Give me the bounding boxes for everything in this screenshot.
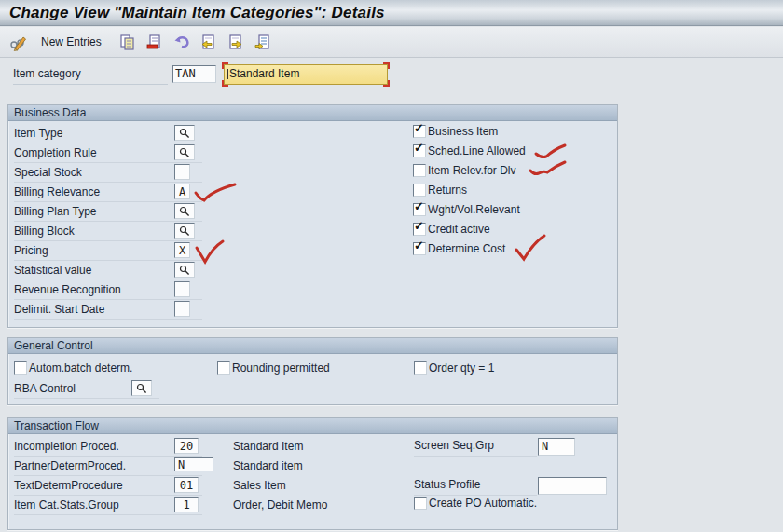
- row-special-stock: Special Stock: [14, 163, 202, 183]
- text-determ-procedure-desc: Sales Item: [233, 479, 286, 492]
- create-po-automatic-checkbox[interactable]: ✓: [414, 497, 427, 510]
- wght-vol-relevant-label: Wght/Vol.Relevant: [428, 203, 520, 216]
- search-icon: [179, 225, 190, 237]
- item-relev-for-dlv-checkbox[interactable]: ✓: [413, 164, 426, 177]
- rounding-permitted-checkbox[interactable]: ✓: [217, 361, 230, 375]
- item-type-label: Item Type: [14, 127, 62, 140]
- copy-as-icon[interactable]: [117, 31, 139, 53]
- incompletion-proced-field[interactable]: 20: [174, 438, 199, 454]
- special-stock-field[interactable]: [174, 164, 190, 180]
- item-category-description-field[interactable]: Standard Item: [224, 64, 388, 85]
- item-relev-for-dlv-label: Item Relev.for Dlv: [428, 164, 515, 177]
- row-incompletion-proced: Incompletion Proced. 20: [14, 437, 202, 457]
- delete-icon[interactable]: [144, 31, 166, 53]
- item-cat-stats-group-field[interactable]: 1: [174, 497, 199, 512]
- check-icon: ✓: [414, 122, 424, 135]
- statistical-value-label: Statistical value: [14, 264, 91, 277]
- partner-determ-proced-field[interactable]: N: [174, 457, 213, 471]
- search-icon: [179, 265, 190, 276]
- pricing-field[interactable]: X: [174, 242, 190, 258]
- checkbox-row-determine-cost: ✓ Determine Cost: [413, 242, 505, 255]
- credit-active-label: Credit active: [428, 223, 490, 236]
- row-text-determ-procedure: TextDetermProcedure 01: [14, 476, 202, 496]
- billing-block-label: Billing Block: [14, 225, 75, 238]
- search-icon: [136, 383, 147, 394]
- business-data-section-title: Business Data: [8, 105, 617, 121]
- partner-determ-proced-label: PartnerDetermProced.: [14, 459, 126, 472]
- row-item-type: Item Type: [14, 124, 202, 143]
- create-po-automatic-label: Create PO Automatic.: [429, 497, 537, 510]
- checkbox-row-rounding-permitted: ✓ Rounding permitted: [217, 361, 330, 375]
- status-profile-field[interactable]: [538, 477, 607, 495]
- billing-relevance-field[interactable]: A: [174, 184, 190, 199]
- billing-plan-type-field[interactable]: [174, 203, 195, 219]
- row-statistical-value: Statistical value: [14, 261, 202, 280]
- item-type-field[interactable]: [174, 125, 195, 141]
- page-title: Change View "Maintain Item Categories": …: [0, 0, 783, 26]
- completion-rule-field[interactable]: [174, 144, 195, 160]
- checkbox-row-item-relev-for-dlv: ✓ Item Relev.for Dlv: [413, 164, 515, 177]
- undo-icon[interactable]: [171, 31, 193, 53]
- checkbox-row-credit-active: ✓ Credit active: [413, 223, 490, 236]
- search-icon: [179, 128, 190, 139]
- text-determ-procedure-label: TextDetermProcedure: [14, 479, 123, 492]
- row-billing-plan-type: Billing Plan Type: [14, 202, 202, 222]
- next-entry-icon[interactable]: [225, 31, 247, 53]
- general-control-groupbox: General Control ✓ Autom.batch determ. ✓ …: [7, 337, 618, 405]
- row-completion-rule: Completion Rule: [14, 143, 202, 163]
- checkbox-row-autom-batch-determ: ✓ Autom.batch determ.: [14, 361, 132, 375]
- checkbox-row-create-po-automatic: ✓ Create PO Automatic.: [414, 497, 537, 510]
- general-control-section-title: General Control: [8, 338, 617, 354]
- billing-plan-type-label: Billing Plan Type: [14, 205, 97, 218]
- rba-control-field[interactable]: [131, 380, 152, 396]
- statistical-value-field[interactable]: [174, 262, 195, 278]
- item-category-description-text: Standard Item: [229, 67, 299, 80]
- row-pricing: Pricing X: [14, 241, 202, 261]
- row-item-cat-stats-group: Item Cat.Stats.Group 1: [14, 496, 202, 515]
- delimit-start-date-label: Delimit. Start Date: [14, 303, 104, 316]
- determine-cost-label: Determine Cost: [428, 242, 505, 255]
- autom-batch-determ-checkbox[interactable]: ✓: [14, 361, 27, 375]
- special-stock-label: Special Stock: [14, 166, 82, 179]
- business-item-checkbox[interactable]: ✓: [413, 125, 426, 138]
- order-qty-1-checkbox[interactable]: ✓: [414, 361, 427, 375]
- row-delimit-start-date: Delimit. Start Date: [14, 300, 202, 320]
- row-billing-block: Billing Block: [14, 222, 202, 241]
- toolbar-icon-group: [117, 31, 274, 53]
- new-entries-button[interactable]: New Entries: [35, 34, 107, 50]
- item-category-code-field[interactable]: TAN: [172, 65, 216, 83]
- screen-seq-grp-label: Screen Seq.Grp: [414, 439, 537, 457]
- incompletion-proced-label: Incompletion Proced.: [14, 440, 119, 453]
- display-change-toggle-icon[interactable]: [7, 31, 30, 53]
- billing-block-field[interactable]: [174, 223, 195, 239]
- checkbox-row-sched-line-allowed: ✓ Sched.Line Allowed: [413, 144, 526, 157]
- revenue-recognition-field[interactable]: [174, 281, 190, 297]
- search-icon: [179, 206, 190, 217]
- screen-seq-grp-field[interactable]: N: [538, 438, 575, 456]
- selection-corner-icon: [383, 80, 390, 87]
- incompletion-proced-desc: Standard Item: [233, 440, 303, 453]
- row-rba-control: RBA Control: [14, 379, 159, 399]
- check-icon: ✓: [414, 220, 424, 233]
- business-item-label: Business Item: [428, 125, 498, 138]
- item-category-label: Item category: [13, 67, 168, 85]
- returns-checkbox[interactable]: ✓: [413, 184, 426, 197]
- billing-relevance-label: Billing Relevance: [14, 185, 100, 198]
- sched-line-allowed-checkbox[interactable]: ✓: [413, 144, 426, 157]
- delimit-start-date-field[interactable]: [174, 301, 190, 317]
- order-qty-1-label: Order qty = 1: [429, 361, 494, 375]
- text-determ-procedure-field[interactable]: 01: [174, 477, 199, 493]
- rounding-permitted-label: Rounding permitted: [232, 361, 330, 375]
- wght-vol-relevant-checkbox[interactable]: ✓: [413, 203, 426, 216]
- application-toolbar: New Entries: [0, 27, 783, 58]
- selection-corner-icon: [383, 62, 390, 69]
- sched-line-allowed-label: Sched.Line Allowed: [428, 144, 526, 157]
- status-profile-label: Status Profile: [414, 478, 537, 496]
- other-entry-icon[interactable]: [252, 31, 274, 53]
- credit-active-checkbox[interactable]: ✓: [413, 223, 426, 236]
- row-partner-determ-proced: PartnerDetermProced. N: [14, 457, 202, 476]
- determine-cost-checkbox[interactable]: ✓: [413, 242, 426, 255]
- row-billing-relevance: Billing Relevance A: [14, 183, 202, 202]
- checkbox-row-business-item: ✓ Business Item: [413, 125, 498, 138]
- previous-entry-icon[interactable]: [198, 31, 220, 53]
